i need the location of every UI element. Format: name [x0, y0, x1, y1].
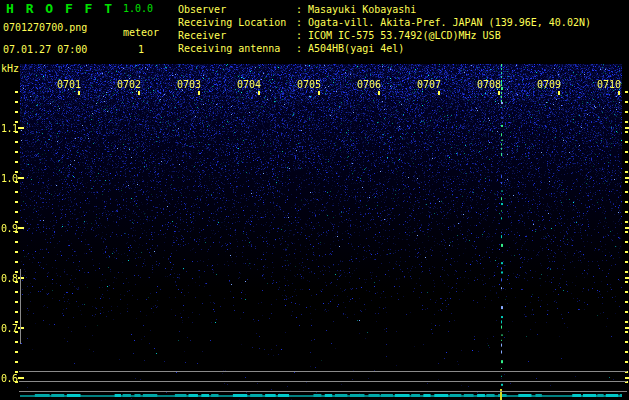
freq-tick: 0.9 [1, 222, 24, 234]
info-row-location: Receiving Location:Ogata-vill. Akita-Pre… [178, 17, 591, 28]
freq-tick-dash-right [625, 127, 629, 129]
time-tick-label: 0706 [357, 79, 381, 90]
time-tick: 0708 [477, 79, 501, 90]
time-tick-mark [78, 91, 80, 95]
time-tick-label: 0709 [537, 79, 561, 90]
time-tick-mark [498, 91, 500, 95]
time-tick-mark [318, 91, 320, 95]
freq-tick-dash [18, 177, 24, 179]
time-tick-label: 0710 [597, 79, 621, 90]
time-tick: 0703 [177, 79, 201, 90]
freq-tick-label: 1.0 [1, 173, 18, 184]
time-tick: 0706 [357, 79, 381, 90]
time-tick-label: 0705 [297, 79, 321, 90]
freq-tick-dash-right [625, 327, 629, 329]
info-value: A504HB(yagi 4el) [308, 43, 404, 54]
time-tick-mark [378, 91, 380, 95]
info-label: Receiving Location [178, 17, 296, 28]
app-title: H R O F F T [6, 1, 114, 16]
info-label: Observer [178, 4, 296, 15]
time-tick-label: 0704 [237, 79, 261, 90]
time-tick-label: 0707 [417, 79, 441, 90]
app-version: 1.0.0 [123, 3, 153, 14]
time-tick: 0702 [117, 79, 141, 90]
time-tick-mark [558, 91, 560, 95]
time-tick-mark [618, 91, 620, 95]
time-tick: 0710 [597, 79, 621, 90]
time-tick-label: 0701 [57, 79, 81, 90]
info-value: ICOM IC-575 53.7492(@LCD)MHz USB [308, 30, 501, 41]
freq-tick-label: 0.6 [1, 373, 18, 384]
signal-scale-bar [20, 269, 21, 344]
signal-reference-line [19, 381, 627, 382]
freq-tick-dash-right [625, 377, 629, 379]
freq-tick-dash [18, 377, 24, 379]
spectrogram-canvas [20, 64, 622, 400]
time-tick-mark [438, 91, 440, 95]
freq-tick: 1.0 [1, 172, 24, 184]
info-label: Receiver [178, 30, 296, 41]
info-label: Receiving antenna [178, 43, 296, 54]
time-tick: 0704 [237, 79, 261, 90]
time-tick-mark [138, 91, 140, 95]
time-tick-label: 0708 [477, 79, 501, 90]
freq-axis-minor-ticks-left [15, 91, 18, 386]
info-row-receiver: Receiver:ICOM IC-575 53.7492(@LCD)MHz US… [178, 30, 501, 41]
freq-axis-minor-ticks-right [625, 91, 628, 391]
mode-label: meteor [123, 27, 159, 38]
time-tick: 0707 [417, 79, 441, 90]
freq-tick-dash-right [625, 277, 629, 279]
freq-tick-dash-right [625, 177, 629, 179]
output-filename: 0701270700.png [3, 22, 87, 33]
info-separator: : [296, 30, 308, 41]
signal-reference-line [19, 391, 627, 392]
info-separator: : [296, 17, 308, 28]
meteor-count: 1 [138, 44, 144, 55]
freq-tick-label: 0.7 [1, 323, 18, 334]
freq-tick: 1.1 [1, 122, 24, 134]
freq-tick-label: 0.8 [1, 273, 18, 284]
time-tick-mark [198, 91, 200, 95]
info-row-antenna: Receiving antenna:A504HB(yagi 4el) [178, 43, 404, 54]
signal-reference-line [19, 371, 627, 372]
info-separator: : [296, 4, 308, 15]
time-tick-label: 0703 [177, 79, 201, 90]
info-value: Ogata-vill. Akita-Pref. JAPAN (139.96E, … [308, 17, 591, 28]
freq-tick-dash [18, 327, 24, 329]
time-tick-mark [258, 91, 260, 95]
time-tick: 0701 [57, 79, 81, 90]
observation-datetime: 07.01.27 07:00 [3, 44, 87, 55]
freq-tick: 0.6 [1, 372, 24, 384]
freq-tick-dash [18, 227, 24, 229]
freq-axis-unit: kHz [1, 63, 19, 74]
info-value: Masayuki Kobayashi [308, 4, 416, 15]
freq-tick-dash [18, 127, 24, 129]
freq-tick-label: 1.1 [1, 123, 18, 134]
freq-tick-label: 0.9 [1, 223, 18, 234]
info-separator: : [296, 43, 308, 54]
hrofft-output: H R O F F T 1.0.0 0701270700.png meteor … [0, 0, 629, 400]
info-row-observer: Observer:Masayuki Kobayashi [178, 4, 416, 15]
freq-tick-dash [18, 277, 24, 279]
time-tick: 0705 [297, 79, 321, 90]
freq-tick-dash-right [625, 227, 629, 229]
time-tick: 0709 [537, 79, 561, 90]
time-tick-label: 0702 [117, 79, 141, 90]
